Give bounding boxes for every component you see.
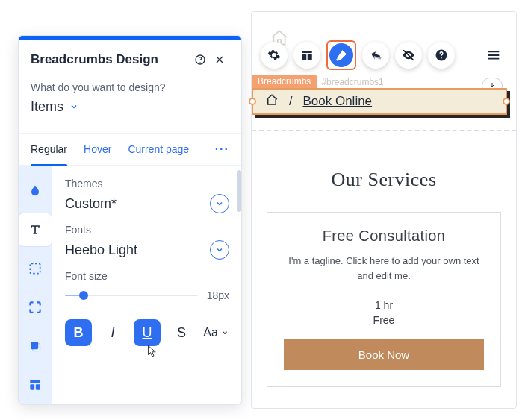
cursor-icon xyxy=(145,345,158,362)
text-format-row: B I U S Aa xyxy=(65,319,229,346)
rail-shadow-button[interactable] xyxy=(19,330,52,363)
panel-body: Themes Custom* Fonts Heebo Light Font si… xyxy=(19,166,241,404)
chevron-down-icon xyxy=(210,194,229,213)
svg-point-1 xyxy=(199,62,200,63)
design-button[interactable] xyxy=(326,40,356,70)
fonts-label: Fonts xyxy=(65,224,229,236)
fontsize-slider[interactable] xyxy=(65,289,198,301)
chevron-down-icon xyxy=(210,240,229,260)
breadcrumb-element[interactable]: / Book Online xyxy=(252,88,507,115)
themes-value: Custom* xyxy=(65,196,210,212)
bold-button[interactable]: B xyxy=(65,319,92,346)
case-button[interactable]: Aa xyxy=(202,319,229,346)
element-toolbar xyxy=(252,40,516,70)
design-question: What do you want to design? xyxy=(31,81,229,93)
services-heading: Our Services xyxy=(252,169,516,191)
home-icon[interactable] xyxy=(265,93,279,110)
chevron-down-icon xyxy=(69,101,78,114)
rail-border-button[interactable] xyxy=(19,252,52,285)
tab-hover[interactable]: Hover xyxy=(84,133,111,166)
breadcrumb-element-wrap: / Book Online xyxy=(252,88,507,115)
chevron-down-icon xyxy=(221,329,229,336)
preview-canvas: Breadcrumbs #breadcrumbs1 / Book Online … xyxy=(251,11,517,409)
design-scope-value: Items xyxy=(31,99,63,115)
rail-layout-button[interactable] xyxy=(19,369,52,401)
rail-text-button[interactable] xyxy=(19,213,52,246)
themes-label: Themes xyxy=(65,178,229,189)
design-siderail xyxy=(19,166,52,404)
section-divider xyxy=(252,130,516,131)
slider-thumb[interactable] xyxy=(79,291,88,300)
svg-rect-9 xyxy=(302,54,306,60)
help-button[interactable] xyxy=(428,42,455,69)
rail-fill-button[interactable] xyxy=(19,175,52,207)
menu-button[interactable] xyxy=(480,42,507,69)
service-card: Free Consultation I'm a tagline. Click h… xyxy=(267,212,501,387)
animation-button[interactable] xyxy=(362,42,389,69)
italic-button[interactable]: I xyxy=(99,319,126,346)
svg-rect-2 xyxy=(30,263,40,273)
close-button[interactable] xyxy=(210,50,229,69)
fonts-select[interactable]: Heebo Light xyxy=(65,240,229,260)
svg-rect-7 xyxy=(36,384,40,390)
service-title: Free Consultation xyxy=(284,228,484,245)
fonts-value: Heebo Light xyxy=(65,242,210,258)
svg-rect-8 xyxy=(302,51,312,53)
element-label: Breadcrumbs #breadcrumbs1 xyxy=(252,75,388,89)
tabs-overflow-button[interactable]: ··· xyxy=(215,142,229,156)
state-tabs: Regular Hover Current page ··· xyxy=(19,133,241,166)
element-id-tag: #breadcrumbs1 xyxy=(317,75,388,89)
design-scope-dropdown[interactable]: Items xyxy=(31,99,229,127)
resize-handle-left[interactable] xyxy=(249,98,256,105)
themes-select[interactable]: Custom* xyxy=(65,194,229,213)
layout-button[interactable] xyxy=(293,42,320,69)
help-button[interactable] xyxy=(190,50,210,69)
svg-rect-6 xyxy=(30,384,34,390)
breadcrumb-separator: / xyxy=(289,95,292,108)
book-now-button[interactable]: Book Now xyxy=(284,339,484,370)
design-panel: Breadcrumbs Design What do you want to d… xyxy=(18,35,242,405)
svg-point-12 xyxy=(441,57,442,59)
underline-button[interactable]: U xyxy=(134,319,161,346)
tab-regular[interactable]: Regular xyxy=(31,133,67,166)
scrollbar-thumb[interactable] xyxy=(237,170,241,212)
panel-header: Breadcrumbs Design xyxy=(19,40,241,77)
panel-subhead: What do you want to design? Items xyxy=(19,77,241,127)
panel-title: Breadcrumbs Design xyxy=(31,52,190,67)
fontsize-value: 18px xyxy=(207,289,229,301)
rail-corners-button[interactable] xyxy=(19,291,52,324)
fontsize-label: Font size xyxy=(65,270,229,282)
breadcrumb-current[interactable]: Book Online xyxy=(302,94,372,109)
service-tagline[interactable]: I'm a tagline. Click here to add your ow… xyxy=(284,254,484,283)
hide-button[interactable] xyxy=(395,42,422,69)
resize-handle-right[interactable] xyxy=(503,98,510,105)
design-properties: Themes Custom* Fonts Heebo Light Font si… xyxy=(52,166,242,404)
svg-rect-3 xyxy=(31,342,38,349)
settings-button[interactable] xyxy=(261,42,288,69)
service-duration: 1 hr xyxy=(284,299,484,311)
element-type-tag: Breadcrumbs xyxy=(252,75,317,89)
tab-current-page[interactable]: Current page xyxy=(128,133,189,166)
strike-button[interactable]: S xyxy=(168,319,195,346)
svg-rect-10 xyxy=(308,54,312,60)
svg-rect-5 xyxy=(30,380,40,383)
fontsize-row: 18px xyxy=(65,289,229,301)
service-price: Free xyxy=(284,314,484,326)
